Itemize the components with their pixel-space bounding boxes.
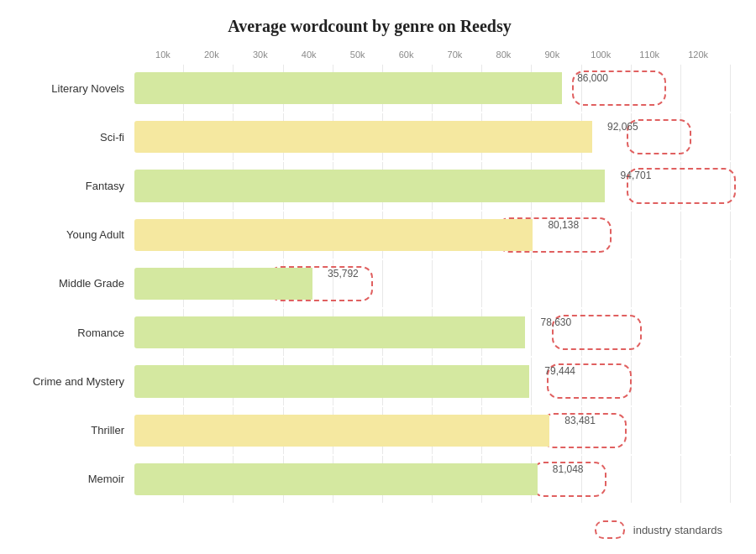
bar-fill: 78,630 — [134, 316, 525, 348]
bar-value-label: 81,048 — [553, 463, 584, 475]
bar-fill: 86,000 — [134, 72, 562, 104]
bar-value-label: 83,481 — [564, 415, 596, 426]
legend: industry standards — [595, 520, 722, 539]
bar-value-label: 78,630 — [541, 316, 572, 328]
bar-fill: 79,444 — [134, 365, 529, 397]
row-label: Young Adult — [8, 228, 134, 241]
bar-value-label: 80,138 — [548, 219, 579, 231]
bar-fill: 94,701 — [134, 170, 605, 201]
x-axis-label: 70k — [431, 50, 480, 60]
x-axis-label: 110k — [625, 50, 674, 60]
rows-area: Literary Novels86,000Sci-fi92,065Fantasy… — [8, 65, 731, 503]
legend-industry-box — [595, 520, 625, 539]
chart-title: Average wordcount by genre on Reedsy — [8, 17, 731, 36]
bar-value-label: 86,000 — [577, 72, 608, 84]
bar-wrapper: 35,792 — [134, 268, 731, 300]
bar-row: Fantasy94,701 — [8, 162, 731, 209]
bar-row: Crime and Mystery79,444 — [8, 358, 731, 405]
bar-track: 78,630 — [134, 309, 731, 356]
bar-fill: 35,792 — [134, 268, 312, 300]
bar-value-label: 79,444 — [544, 365, 575, 377]
bar-fill: 83,481 — [134, 415, 549, 447]
x-axis: 10k20k30k40k50k60k70k80k90k100k110k120k — [139, 50, 722, 60]
bar-row: Young Adult80,138 — [8, 212, 731, 259]
x-axis-label: 20k — [187, 50, 236, 60]
row-label: Thriller — [8, 424, 134, 436]
bar-value-label: 94,701 — [621, 170, 652, 181]
bar-row: Memoir81,048 — [8, 456, 731, 503]
row-label: Middle Grade — [8, 277, 134, 290]
x-axis-label: 120k — [674, 50, 722, 60]
bar-track: 79,444 — [134, 358, 731, 405]
row-label: Romance — [8, 327, 134, 339]
bar-fill: 80,138 — [134, 219, 533, 251]
bar-track: 83,481 — [134, 407, 731, 454]
bar-fill: 92,065 — [134, 121, 592, 153]
x-axis-label: 30k — [236, 50, 285, 60]
x-axis-label: 10k — [139, 50, 187, 60]
bar-wrapper: 94,701 — [134, 170, 731, 201]
legend-label: industry standards — [633, 524, 722, 536]
x-axis-label: 60k — [382, 50, 431, 60]
bar-wrapper: 86,000 — [134, 72, 731, 104]
bar-value-label: 35,792 — [328, 268, 359, 280]
bar-row: Middle Grade35,792 — [8, 260, 731, 307]
bar-wrapper: 83,481 — [134, 415, 731, 447]
x-axis-label: 90k — [528, 50, 576, 60]
bar-row: Sci-fi92,065 — [8, 113, 731, 160]
bar-track: 35,792 — [134, 260, 731, 307]
bar-track: 80,138 — [134, 212, 731, 259]
bar-wrapper: 78,630 — [134, 316, 731, 348]
bar-track: 94,701 — [134, 162, 731, 209]
row-label: Fantasy — [8, 180, 134, 192]
x-axis-label: 40k — [285, 50, 333, 60]
bar-wrapper: 92,065 — [134, 121, 731, 153]
chart-container: Average wordcount by genre on Reedsy 10k… — [0, 0, 756, 554]
bar-track: 81,048 — [134, 456, 731, 503]
x-axis-label: 100k — [576, 50, 625, 60]
bar-value-label: 92,065 — [607, 121, 638, 133]
row-label: Sci-fi — [8, 131, 134, 144]
bar-track: 92,065 — [134, 113, 731, 160]
row-label: Memoir — [8, 473, 134, 485]
bar-track: 86,000 — [134, 65, 731, 112]
bar-row: Thriller83,481 — [8, 407, 731, 454]
bar-wrapper: 80,138 — [134, 219, 731, 251]
chart-area: 10k20k30k40k50k60k70k80k90k100k110k120k … — [8, 50, 731, 503]
bar-wrapper: 79,444 — [134, 365, 731, 397]
row-label: Literary Novels — [8, 82, 134, 95]
bar-wrapper: 81,048 — [134, 463, 731, 495]
x-axis-label: 50k — [333, 50, 382, 60]
x-axis-label: 80k — [479, 50, 528, 60]
bar-row: Literary Novels86,000 — [8, 65, 731, 112]
bar-row: Romance78,630 — [8, 309, 731, 356]
bar-fill: 81,048 — [134, 463, 538, 495]
row-label: Crime and Mystery — [8, 375, 134, 388]
